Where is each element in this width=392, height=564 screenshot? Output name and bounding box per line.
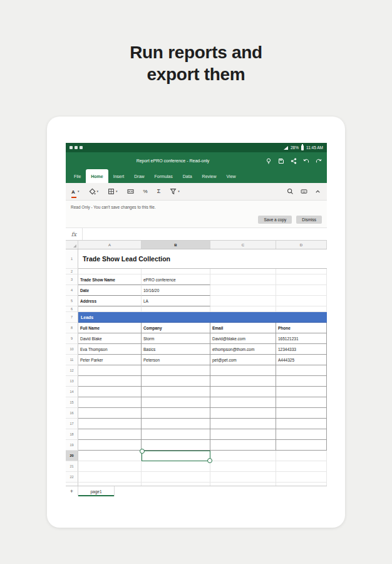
cell[interactable] [78, 429, 142, 440]
cell[interactable] [276, 397, 327, 408]
tab-home[interactable]: Home [86, 169, 108, 183]
cell[interactable] [276, 472, 327, 483]
cell[interactable] [276, 429, 327, 440]
cell[interactable] [210, 419, 276, 429]
cell[interactable]: Eva Thompson [78, 344, 142, 355]
row-header-17[interactable]: 17 [66, 419, 78, 429]
cell[interactable]: Storm [142, 333, 210, 344]
cell[interactable] [142, 483, 210, 486]
cell[interactable] [210, 269, 276, 274]
cell[interactable] [210, 376, 276, 387]
cell[interactable] [78, 397, 142, 408]
cell[interactable] [276, 461, 327, 472]
cell[interactable]: Trade Show Name [78, 274, 142, 285]
cell[interactable]: David Blake [78, 333, 142, 344]
save-a-copy-button[interactable]: Save a copy [258, 216, 292, 224]
cell[interactable] [210, 472, 276, 483]
cell[interactable]: LA [142, 296, 210, 306]
cell[interactable] [142, 365, 210, 376]
select-all-corner[interactable] [66, 241, 78, 249]
row-header-6[interactable]: 6 [66, 306, 78, 312]
keyboard-icon[interactable] [301, 188, 307, 195]
row-header-21[interactable]: 21 [66, 461, 78, 472]
row-header-2[interactable]: 2 [66, 269, 78, 274]
formula-bar[interactable]: fx [66, 228, 327, 241]
cell[interactable] [276, 419, 327, 429]
cell[interactable] [276, 269, 327, 274]
row-header-18[interactable]: 18 [66, 429, 78, 440]
tab-review[interactable]: Review [197, 169, 222, 183]
cell[interactable] [142, 440, 210, 451]
cell[interactable] [78, 376, 142, 387]
column-header-B[interactable]: B [142, 241, 210, 249]
column-header-A[interactable]: A [78, 241, 142, 249]
row-header-20[interactable]: 20 [66, 451, 78, 461]
cell[interactable] [210, 296, 276, 306]
cell[interactable] [210, 483, 276, 486]
cell[interactable] [276, 365, 327, 376]
cell[interactable]: ethompson@thom.com [210, 344, 276, 355]
cell[interactable] [210, 285, 276, 296]
redo-icon[interactable] [316, 158, 322, 164]
cell[interactable] [78, 419, 142, 429]
autosum-icon[interactable]: Σ [157, 189, 161, 194]
cell[interactable] [276, 306, 327, 312]
row-header-15[interactable]: 15 [66, 397, 78, 408]
row-header-9[interactable]: 9 [66, 333, 78, 344]
row-header-8[interactable]: 8 [66, 323, 78, 333]
cell[interactable]: Date [78, 285, 142, 296]
dismiss-button[interactable]: Dismiss [296, 216, 322, 224]
cell[interactable] [276, 483, 327, 486]
merge-cells-icon[interactable] [127, 188, 134, 195]
cell[interactable]: Address [78, 296, 142, 306]
row-header-11[interactable]: 11 [66, 355, 78, 365]
cell[interactable] [78, 440, 142, 451]
sort-filter-icon[interactable]: ▾ [170, 188, 180, 195]
cell[interactable] [210, 274, 276, 285]
cell[interactable]: ePRO conference [142, 274, 210, 285]
sheet-tab-page1[interactable]: page1 [78, 486, 115, 496]
cell[interactable] [142, 472, 210, 483]
share-icon[interactable] [291, 158, 297, 164]
row-header-22[interactable]: 22 [66, 472, 78, 483]
cell[interactable]: Basics [142, 344, 210, 355]
cell[interactable]: 10/16/20 [142, 285, 210, 296]
cell[interactable] [210, 451, 276, 461]
fill-color-icon[interactable]: ▾ [89, 188, 99, 195]
cell[interactable] [276, 285, 327, 296]
cell[interactable] [78, 408, 142, 419]
cell[interactable] [142, 461, 210, 472]
cell[interactable] [78, 483, 142, 486]
row-header-16[interactable]: 16 [66, 408, 78, 419]
cell[interactable]: Company [142, 323, 210, 333]
cell[interactable]: 12344333 [276, 344, 327, 355]
sheet-title-cell[interactable]: Trade Show Lead Collection [78, 249, 327, 269]
cell[interactable]: Full Name [78, 323, 142, 333]
cell[interactable] [276, 408, 327, 419]
cell[interactable]: Peterson [142, 355, 210, 365]
font-color-icon[interactable]: A ▾ [71, 185, 80, 198]
row-header-10[interactable]: 10 [66, 344, 78, 355]
row-header-23[interactable]: 23 [66, 483, 78, 486]
cell[interactable] [142, 376, 210, 387]
search-icon[interactable] [287, 188, 294, 195]
cell[interactable]: A444325 [276, 355, 327, 365]
cell[interactable] [78, 269, 142, 274]
column-header-C[interactable]: C [210, 241, 276, 249]
cell[interactable] [276, 376, 327, 387]
collapse-ribbon-icon[interactable] [314, 188, 321, 195]
tab-file[interactable]: File [69, 169, 86, 183]
row-header-12[interactable]: 12 [66, 365, 78, 376]
cell[interactable] [78, 387, 142, 397]
row-header-13[interactable]: 13 [66, 376, 78, 387]
row-header-19[interactable]: 19 [66, 440, 78, 451]
cell[interactable] [142, 387, 210, 397]
cell[interactable] [142, 408, 210, 419]
lightbulb-icon[interactable] [266, 158, 272, 164]
row-header-5[interactable]: 5 [66, 296, 78, 306]
cell[interactable] [78, 365, 142, 376]
cell[interactable]: 165121231 [276, 333, 327, 344]
save-icon[interactable] [278, 158, 284, 164]
tab-draw[interactable]: Draw [129, 169, 149, 183]
cell[interactable] [210, 365, 276, 376]
